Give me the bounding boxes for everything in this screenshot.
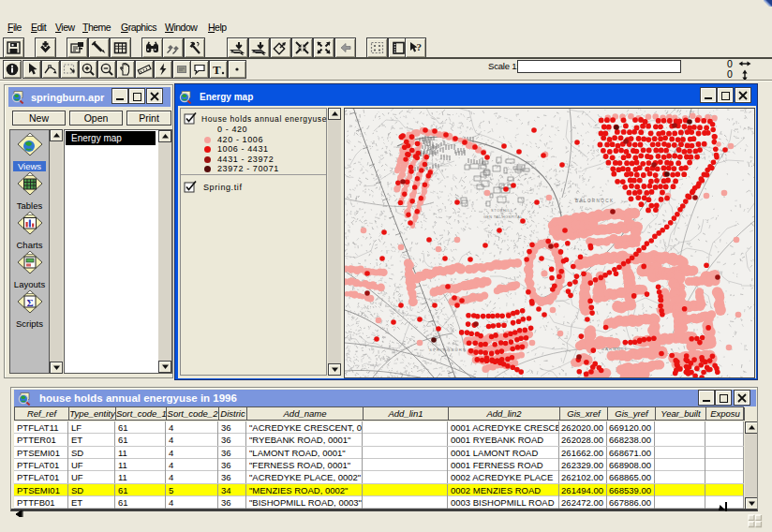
svg-text:T: T <box>213 63 221 77</box>
svg-text:?: ? <box>417 41 423 52</box>
svg-text:GEN TAL HOSPITAL: GEN TAL HOSPITAL <box>483 215 523 219</box>
svg-text:Σ: Σ <box>26 297 33 308</box>
svg-text:BALORNOCK: BALORNOCK <box>575 199 614 203</box>
svg-text:SPRINGBURN: SPRINGBURN <box>429 347 467 352</box>
svg-text:STOBHILL: STOBHILL <box>491 209 513 213</box>
